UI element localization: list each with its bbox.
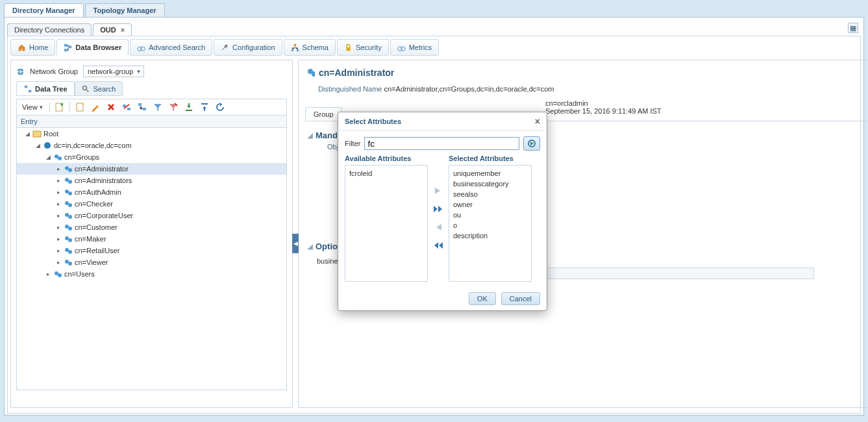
tree-item[interactable]: ▸cn=RetailUser (17, 245, 286, 256)
nav-configuration[interactable]: Configuration (214, 39, 282, 56)
tree-view[interactable]: Entry ◢Root ◢dc=in,dc=oracle,dc=com ◢cn=… (16, 115, 287, 390)
svg-point-45 (55, 271, 58, 275)
edit-icon[interactable] (90, 101, 101, 113)
move-right-icon[interactable] (432, 185, 445, 197)
nav-schema[interactable]: Schema (284, 39, 336, 56)
refresh-icon[interactable] (214, 101, 226, 113)
list-item[interactable]: o (452, 220, 528, 230)
delete-tree-icon[interactable] (121, 101, 132, 113)
nav-home-label: Home (29, 43, 48, 51)
tab-oud[interactable]: OUD × (93, 23, 132, 36)
home-icon (18, 43, 26, 52)
dialog-title: Select Attributes (345, 118, 401, 125)
move-left-icon[interactable] (432, 221, 445, 233)
move-all-left-icon[interactable] (432, 240, 445, 251)
tree-groups[interactable]: ◢cn=Groups (17, 151, 286, 163)
available-list[interactable]: fcroleid (345, 165, 428, 282)
tree-icon (64, 43, 72, 52)
svg-rect-8 (346, 47, 351, 51)
tree-item[interactable]: ▸cn=Checker (17, 198, 286, 210)
import-icon[interactable] (183, 101, 195, 113)
svg-rect-22 (143, 108, 146, 110)
select-attributes-dialog: Select Attributes × Filter Available Att… (338, 112, 547, 311)
lock-icon (344, 43, 353, 52)
expand-icon[interactable]: ▦ (848, 23, 858, 33)
network-group-label: Network Group (30, 68, 78, 75)
selected-list[interactable]: uniquememberbusinesscategoryseealsoowner… (449, 165, 532, 282)
svg-point-41 (65, 248, 69, 252)
svg-point-27 (65, 166, 69, 170)
filter-clear-icon[interactable] (167, 101, 179, 113)
tree-item[interactable]: ▸cn=Maker (17, 233, 286, 245)
filter-go-button[interactable] (523, 136, 540, 151)
tab-directory-connections[interactable]: Directory Connections (7, 23, 92, 36)
page-new-icon[interactable] (74, 101, 86, 113)
svg-point-35 (65, 213, 69, 217)
svg-point-37 (65, 225, 69, 229)
list-item[interactable]: uniquemember (452, 168, 528, 179)
svg-rect-6 (291, 49, 293, 51)
network-group-select[interactable]: network-group (83, 66, 144, 77)
tree-item[interactable]: ▸cn=CorporateUser (17, 210, 286, 221)
left-horizontal-scrollbar[interactable] (16, 393, 287, 402)
nav-metrics[interactable]: Metrics (390, 39, 439, 56)
tree-item[interactable]: ▸cn=Administrators (17, 175, 286, 186)
nav-configuration-label: Configuration (232, 43, 275, 51)
subtab-search[interactable]: Search (75, 81, 123, 96)
nav-security[interactable]: Security (337, 39, 389, 56)
svg-point-30 (68, 180, 72, 184)
svg-rect-21 (138, 103, 142, 106)
svg-point-25 (55, 155, 58, 158)
list-item[interactable]: ou (452, 210, 528, 220)
view-menu[interactable]: View (19, 102, 45, 112)
filter-icon[interactable] (152, 101, 164, 113)
tree-dc[interactable]: ◢dc=in,dc=oracle,dc=com (17, 140, 286, 151)
nav-security-label: Security (356, 43, 382, 51)
left-panel: Network Group network-group Data Tree Se… (10, 60, 293, 408)
tree-item[interactable]: ▸cn=AuthAdmin (17, 186, 286, 198)
nav-advanced-search[interactable]: Advanced Search (130, 39, 212, 56)
tree-users[interactable]: ▸cn=Users (17, 268, 286, 280)
list-item[interactable]: fcroleid (348, 168, 425, 179)
schema-icon (291, 43, 299, 52)
close-icon[interactable]: × (535, 116, 540, 127)
wrench-icon (221, 43, 229, 52)
nav-home[interactable]: Home (10, 39, 55, 56)
svg-point-34 (68, 203, 72, 207)
tree-item[interactable]: ▸cn=Administrator (17, 163, 286, 175)
subtab-data-tree[interactable]: Data Tree (16, 81, 75, 96)
move-all-right-icon[interactable] (432, 203, 445, 215)
entry-title: cn=Administrator (319, 68, 394, 78)
tab-topology-manager[interactable]: Topology Manager (85, 3, 165, 17)
tree-root[interactable]: ◢Root (17, 128, 286, 140)
filter-input[interactable] (364, 137, 519, 150)
tree-item[interactable]: ▸cn=Viewer (17, 256, 286, 268)
nav-metrics-label: Metrics (409, 43, 432, 51)
svg-point-26 (58, 156, 62, 160)
cancel-button[interactable]: Cancel (501, 292, 540, 305)
svg-point-44 (68, 262, 72, 266)
delete-icon[interactable] (105, 101, 117, 113)
list-item[interactable]: owner (452, 199, 528, 210)
tab-oud-label: OUD (100, 26, 116, 34)
svg-rect-23 (33, 131, 41, 137)
svg-point-38 (68, 227, 72, 230)
export-icon[interactable] (199, 101, 210, 113)
svg-rect-13 (24, 85, 27, 88)
tree-column-header: Entry (17, 116, 286, 128)
right-horizontal-scrollbar[interactable] (301, 395, 868, 404)
svg-point-10 (401, 46, 405, 51)
tab-group[interactable]: Group (305, 107, 342, 121)
ok-button[interactable]: OK (469, 292, 496, 305)
list-item[interactable]: seealso (452, 189, 528, 199)
svg-point-32 (68, 192, 72, 195)
tree-item[interactable]: ▸cn=Customer (17, 221, 286, 233)
collapse-left-icon[interactable]: ◀ (292, 234, 299, 253)
tab-directory-manager[interactable]: Directory Manager (4, 3, 84, 17)
nav-data-browser[interactable]: Data Browser (56, 39, 129, 56)
copy-tree-icon[interactable] (136, 101, 148, 113)
list-item[interactable]: description (452, 230, 528, 241)
list-item[interactable]: businesscategory (452, 179, 528, 189)
close-icon[interactable]: × (121, 26, 125, 34)
new-entry-icon[interactable]: ▾ (54, 101, 66, 113)
